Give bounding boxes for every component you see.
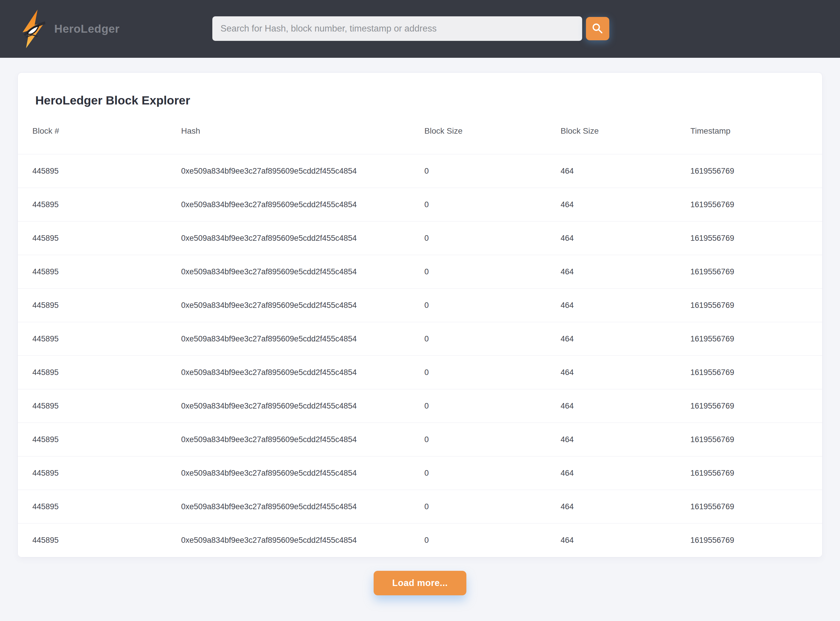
block-number-cell: 445895 [32, 401, 181, 410]
hash-cell: 0xe509a834bf9ee3c27af895609e5cdd2f455c48… [181, 301, 425, 310]
timestamp-cell: 1619556769 [690, 435, 808, 444]
hash-cell: 0xe509a834bf9ee3c27af895609e5cdd2f455c48… [181, 536, 425, 545]
block-number-cell: 445895 [32, 301, 181, 310]
page-title: HeroLedger Block Explorer [18, 73, 822, 108]
table-row: 445895 0xe509a834bf9ee3c27af895609e5cdd2… [18, 456, 822, 490]
block-size-cell-1: 0 [425, 335, 561, 344]
table-row: 445895 0xe509a834bf9ee3c27af895609e5cdd2… [18, 255, 822, 289]
table-row: 445895 0xe509a834bf9ee3c27af895609e5cdd2… [18, 524, 822, 557]
table-row: 445895 0xe509a834bf9ee3c27af895609e5cdd2… [18, 423, 822, 456]
block-size-cell-1: 0 [425, 536, 561, 545]
block-number-cell: 445895 [32, 234, 181, 243]
top-navbar: HeroLedger [0, 0, 840, 58]
block-size-cell-1: 0 [425, 502, 561, 511]
block-number-cell: 445895 [32, 335, 181, 344]
block-number-cell: 445895 [32, 435, 181, 444]
table-body: 445895 0xe509a834bf9ee3c27af895609e5cdd2… [18, 154, 822, 557]
block-size-cell-1: 0 [425, 401, 561, 410]
block-size-cell-2: 464 [561, 167, 690, 176]
table-header-row: Block # Hash Block Size Block Size Times… [18, 108, 822, 154]
block-size-cell-1: 0 [425, 167, 561, 176]
block-size-cell-1: 0 [425, 267, 561, 276]
table-row: 445895 0xe509a834bf9ee3c27af895609e5cdd2… [18, 389, 822, 423]
block-size-cell-1: 0 [425, 368, 561, 377]
block-size-cell-1: 0 [425, 200, 561, 209]
block-number-cell: 445895 [32, 536, 181, 545]
block-size-cell-2: 464 [561, 469, 690, 478]
block-size-cell-2: 464 [561, 301, 690, 310]
table-row: 445895 0xe509a834bf9ee3c27af895609e5cdd2… [18, 322, 822, 356]
table-row: 445895 0xe509a834bf9ee3c27af895609e5cdd2… [18, 289, 822, 322]
block-size-cell-2: 464 [561, 335, 690, 344]
table-row: 445895 0xe509a834bf9ee3c27af895609e5cdd2… [18, 356, 822, 389]
timestamp-cell: 1619556769 [690, 401, 808, 410]
block-size-cell-1: 0 [425, 435, 561, 444]
hash-cell: 0xe509a834bf9ee3c27af895609e5cdd2f455c48… [181, 469, 425, 478]
block-size-cell-2: 464 [561, 401, 690, 410]
timestamp-cell: 1619556769 [690, 200, 808, 209]
table-row: 445895 0xe509a834bf9ee3c27af895609e5cdd2… [18, 221, 822, 255]
timestamp-cell: 1619556769 [690, 368, 808, 377]
search-input[interactable] [212, 16, 582, 41]
block-size-cell-1: 0 [425, 301, 561, 310]
search-bar [212, 16, 609, 41]
table-row: 445895 0xe509a834bf9ee3c27af895609e5cdd2… [18, 188, 822, 221]
hash-cell: 0xe509a834bf9ee3c27af895609e5cdd2f455c48… [181, 267, 425, 276]
block-size-cell-1: 0 [425, 469, 561, 478]
column-header-block-size-1: Block Size [425, 126, 561, 136]
column-header-block-size-2: Block Size [561, 126, 690, 136]
block-size-cell-2: 464 [561, 368, 690, 377]
block-size-cell-2: 464 [561, 200, 690, 209]
block-number-cell: 445895 [32, 200, 181, 209]
table-row: 445895 0xe509a834bf9ee3c27af895609e5cdd2… [18, 490, 822, 524]
block-number-cell: 445895 [32, 469, 181, 478]
brand-name: HeroLedger [54, 23, 119, 35]
column-header-hash: Hash [181, 126, 425, 136]
block-number-cell: 445895 [32, 267, 181, 276]
hash-cell: 0xe509a834bf9ee3c27af895609e5cdd2f455c48… [181, 335, 425, 344]
timestamp-cell: 1619556769 [690, 234, 808, 243]
hash-cell: 0xe509a834bf9ee3c27af895609e5cdd2f455c48… [181, 167, 425, 176]
column-header-block-number: Block # [32, 126, 181, 136]
block-size-cell-2: 464 [561, 435, 690, 444]
block-size-cell-2: 464 [561, 234, 690, 243]
heroledger-logo-icon [20, 9, 47, 49]
hash-cell: 0xe509a834bf9ee3c27af895609e5cdd2f455c48… [181, 435, 425, 444]
block-size-cell-2: 464 [561, 502, 690, 511]
block-explorer-card: HeroLedger Block Explorer Block # Hash B… [18, 73, 822, 557]
hash-cell: 0xe509a834bf9ee3c27af895609e5cdd2f455c48… [181, 234, 425, 243]
timestamp-cell: 1619556769 [690, 502, 808, 511]
hash-cell: 0xe509a834bf9ee3c27af895609e5cdd2f455c48… [181, 401, 425, 410]
hash-cell: 0xe509a834bf9ee3c27af895609e5cdd2f455c48… [181, 502, 425, 511]
hash-cell: 0xe509a834bf9ee3c27af895609e5cdd2f455c48… [181, 368, 425, 377]
block-number-cell: 445895 [32, 502, 181, 511]
column-header-timestamp: Timestamp [690, 126, 808, 136]
block-number-cell: 445895 [32, 167, 181, 176]
block-size-cell-2: 464 [561, 536, 690, 545]
timestamp-cell: 1619556769 [690, 267, 808, 276]
table-row: 445895 0xe509a834bf9ee3c27af895609e5cdd2… [18, 154, 822, 188]
search-button[interactable] [586, 17, 609, 40]
timestamp-cell: 1619556769 [690, 335, 808, 344]
load-more-area: Load more... [0, 571, 840, 595]
brand[interactable]: HeroLedger [20, 9, 119, 49]
load-more-button[interactable]: Load more... [374, 571, 466, 595]
block-size-cell-2: 464 [561, 267, 690, 276]
timestamp-cell: 1619556769 [690, 167, 808, 176]
block-size-cell-1: 0 [425, 234, 561, 243]
timestamp-cell: 1619556769 [690, 301, 808, 310]
search-icon [592, 23, 604, 35]
timestamp-cell: 1619556769 [690, 536, 808, 545]
timestamp-cell: 1619556769 [690, 469, 808, 478]
hash-cell: 0xe509a834bf9ee3c27af895609e5cdd2f455c48… [181, 200, 425, 209]
block-number-cell: 445895 [32, 368, 181, 377]
